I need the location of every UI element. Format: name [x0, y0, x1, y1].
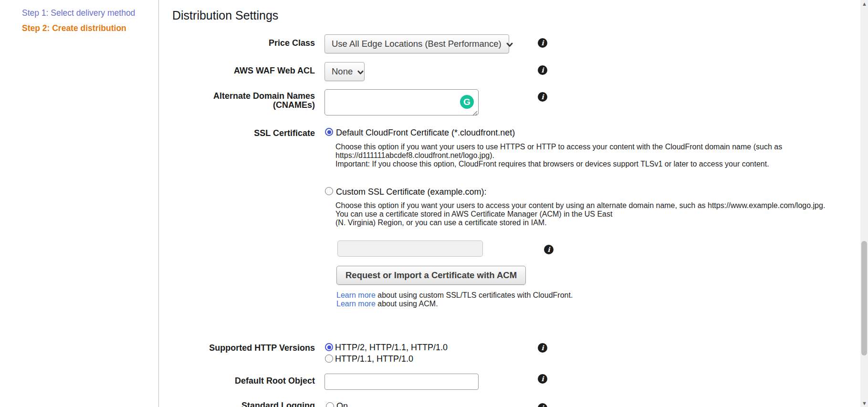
scrollbar-down-arrow-icon[interactable]: ▼	[862, 401, 867, 406]
default-root-object-label: Default Root Object	[143, 376, 315, 386]
ssl-default-radio-label[interactable]: Default CloudFront Certificate (*.cloudf…	[336, 128, 515, 138]
textarea-resize-handle-icon[interactable]	[472, 109, 478, 115]
ssl-custom-description: Choose this option if you want your user…	[335, 201, 825, 227]
grammarly-icon[interactable]: G	[460, 95, 474, 109]
http-versions-info-icon[interactable]: i	[538, 343, 547, 353]
certificate-input-info-icon[interactable]: i	[544, 245, 554, 254]
price-class-value: Use All Edge Locations (Best Performance…	[332, 39, 502, 49]
ssl-default-description: Choose this option if you want your user…	[335, 143, 782, 168]
cnames-textarea[interactable]	[324, 89, 479, 115]
waf-web-acl-dropdown[interactable]: None	[324, 62, 365, 81]
standard-logging-label: Standard Logging	[143, 401, 315, 407]
learn-more-custom-ssl: Learn more about using custom SSL/TLS ce…	[336, 291, 573, 300]
ssl-certificate-label: SSL Certificate	[143, 129, 315, 138]
default-root-object-input[interactable]	[324, 374, 479, 390]
custom-ssl-certificate-input[interactable]	[337, 240, 483, 257]
standard-logging-on-label[interactable]: On	[336, 401, 348, 407]
wizard-steps-sidebar: Step 1: Select delivery method Step 2: C…	[0, 0, 159, 407]
standard-logging-on-radio[interactable]	[326, 402, 334, 407]
price-class-dropdown[interactable]: Use All Edge Locations (Best Performance…	[324, 34, 509, 53]
scrollbar-up-arrow-icon[interactable]: ▲	[862, 1, 867, 6]
price-class-info-icon[interactable]: i	[538, 38, 547, 48]
request-import-certificate-acm-button[interactable]: Request or Import a Certificate with ACM	[336, 266, 526, 285]
cnames-info-icon[interactable]: i	[538, 92, 547, 102]
cnames-label-line2: (CNAMEs)	[143, 101, 315, 110]
standard-logging-info-icon[interactable]: i	[538, 403, 547, 407]
ssl-custom-radio-label[interactable]: Custom SSL Certificate (example.com):	[336, 187, 486, 197]
learn-more-acm-text: about using ACM.	[376, 300, 438, 308]
http2-radio-label[interactable]: HTTP/2, HTTP/1.1, HTTP/1.0	[335, 343, 448, 353]
waf-web-acl-info-icon[interactable]: i	[538, 65, 547, 75]
chevron-down-icon	[506, 39, 513, 50]
waf-web-acl-value: None	[332, 66, 353, 77]
sidebar-step-1-link[interactable]: Step 1: Select delivery method	[22, 8, 135, 18]
learn-more-acm-link[interactable]: Learn more	[336, 300, 376, 308]
http11-radio[interactable]	[325, 355, 333, 363]
learn-more-custom-ssl-link[interactable]: Learn more	[336, 291, 376, 299]
learn-more-custom-ssl-text: about using custom SSL/TLS certificates …	[376, 291, 573, 299]
cnames-label-line1: Alternate Domain Names	[143, 92, 315, 101]
http11-radio-label[interactable]: HTTP/1.1, HTTP/1.0	[335, 354, 413, 364]
http-versions-label: Supported HTTP Versions	[143, 344, 315, 353]
learn-more-acm: Learn more about using ACM.	[336, 300, 438, 308]
waf-web-acl-label: AWS WAF Web ACL	[143, 66, 315, 75]
vertical-scrollbar-thumb[interactable]	[861, 241, 867, 355]
cloudfront-create-distribution-page: Step 1: Select delivery method Step 2: C…	[0, 0, 868, 407]
chevron-down-icon	[357, 67, 364, 77]
sidebar-step-2-current: Step 2: Create distribution	[22, 23, 126, 33]
cnames-label: Alternate Domain Names (CNAMEs)	[143, 92, 315, 110]
price-class-label: Price Class	[143, 39, 315, 48]
page-title: Distribution Settings	[172, 9, 278, 22]
http2-radio[interactable]	[325, 343, 333, 351]
ssl-default-radio[interactable]	[325, 128, 333, 136]
default-root-object-info-icon[interactable]: i	[538, 374, 547, 384]
ssl-custom-radio[interactable]	[325, 187, 333, 195]
